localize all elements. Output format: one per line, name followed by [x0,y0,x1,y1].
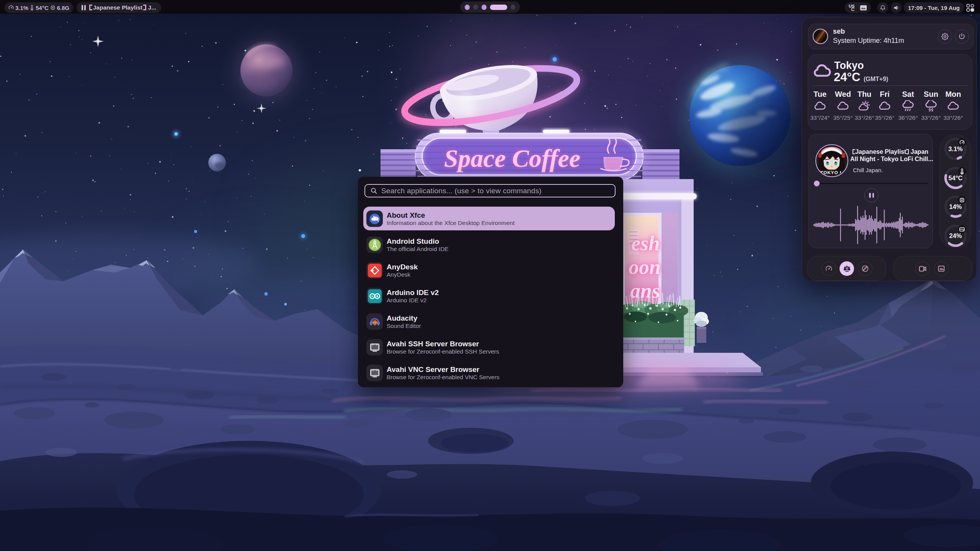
svg-text:esh: esh [631,232,660,255]
svg-text:54°C: 54°C [949,174,963,181]
svg-text:3.1%: 3.1% [948,145,963,152]
svg-text:ans: ans [630,279,660,302]
svg-text:TOKYO L: TOKYO L [820,170,843,175]
svg-text:oon: oon [629,256,661,279]
svg-text:24%: 24% [949,232,962,239]
svg-text:14%: 14% [949,203,962,210]
svg-text:Space Coffee: Space Coffee [444,144,580,172]
